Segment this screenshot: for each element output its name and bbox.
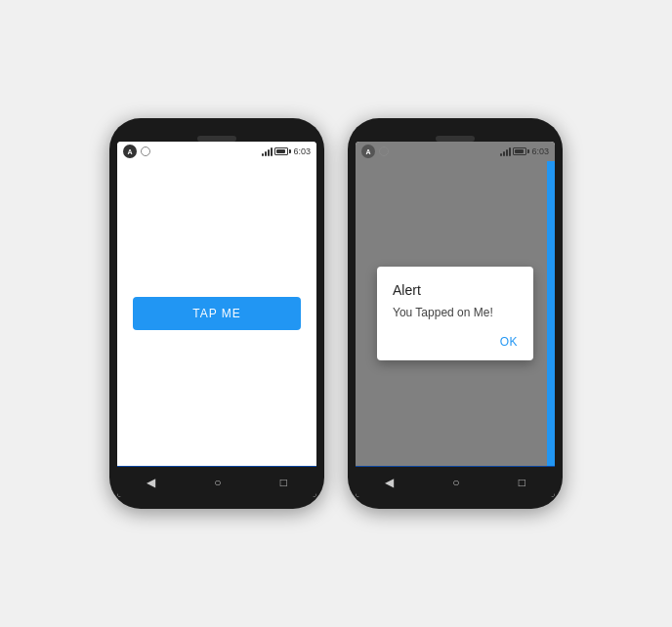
time-display-2: 6:03 — [531, 146, 549, 156]
home-button[interactable]: ○ — [214, 476, 221, 489]
status-right: 6:03 — [262, 146, 311, 156]
alert-message: You Tapped on Me! — [393, 306, 518, 319]
alert-actions: OK — [393, 331, 518, 353]
phone-1-screen: 6:03 TAP ME ◀ ○ □ — [117, 142, 316, 497]
phone-1-status-bar: 6:03 — [117, 142, 316, 161]
alert-dialog: Alert You Tapped on Me! OK — [377, 267, 533, 360]
signal-bar-2 — [503, 151, 505, 156]
alert-title: Alert — [393, 282, 518, 298]
battery-body — [274, 147, 288, 155]
recent-button-2[interactable]: □ — [519, 476, 525, 489]
home-button-2[interactable]: ○ — [452, 476, 459, 489]
phone-2-nav-bar: ◀ ○ □ — [356, 466, 555, 497]
back-button-2[interactable]: ◀ — [385, 476, 394, 489]
android-icon — [123, 145, 137, 158]
phone-2-status-bar: 6:03 — [356, 142, 555, 161]
alert-ok-button[interactable]: OK — [500, 331, 518, 353]
status-left-2 — [361, 145, 389, 158]
phones-container: 6:03 TAP ME ◀ ○ □ — [109, 118, 563, 509]
blue-accent — [547, 161, 555, 466]
battery-fill — [276, 149, 285, 153]
status-left — [123, 145, 150, 158]
back-button[interactable]: ◀ — [147, 476, 155, 489]
signal-bar-4 — [271, 147, 273, 156]
tap-me-button[interactable]: TAP ME — [133, 297, 301, 330]
signal-icon — [262, 146, 273, 156]
time-display: 6:03 — [293, 146, 311, 156]
signal-bar-1 — [262, 153, 264, 156]
battery-icon — [274, 147, 291, 155]
recent-button[interactable]: □ — [280, 476, 287, 489]
status-right-2: 6:03 — [500, 146, 549, 156]
battery-icon-2 — [513, 147, 529, 155]
notification-icon-2 — [379, 146, 389, 156]
notification-icon — [141, 146, 150, 156]
phone-2: 6:03 Alert You Tapped on Me! OK ◀ — [348, 118, 563, 509]
signal-bar-3 — [268, 149, 270, 156]
phone-2-app-content: Alert You Tapped on Me! OK — [356, 161, 555, 466]
signal-bar-2 — [265, 151, 267, 156]
phone-2-screen: 6:03 Alert You Tapped on Me! OK ◀ — [356, 142, 555, 497]
phone-1-app-content: TAP ME — [117, 161, 316, 466]
signal-bar-4 — [509, 147, 511, 156]
phone-1-nav-bar: ◀ ○ □ — [117, 466, 316, 497]
android-icon-2 — [361, 145, 375, 158]
phone-1: 6:03 TAP ME ◀ ○ □ — [109, 118, 324, 509]
battery-tip — [289, 149, 291, 153]
signal-bar-3 — [506, 149, 508, 156]
signal-icon-2 — [500, 146, 511, 156]
battery-body-2 — [513, 147, 526, 155]
battery-tip-2 — [527, 149, 529, 153]
battery-fill-2 — [515, 149, 524, 153]
signal-bar-1 — [500, 153, 502, 156]
